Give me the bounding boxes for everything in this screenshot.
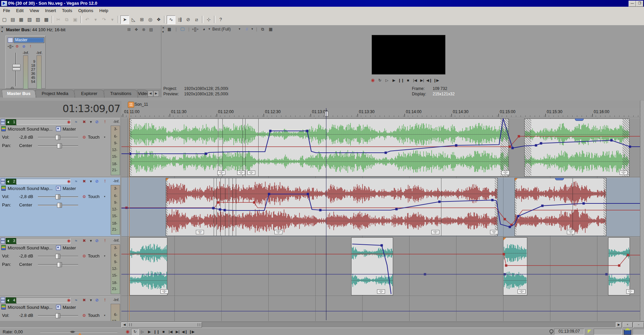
menu-file[interactable]: File — [0, 7, 13, 14]
event-fx-icon[interactable]: ∘[]∘ — [567, 230, 575, 234]
preview-quality-label[interactable]: Best (Full) — [212, 26, 237, 32]
dock-arrow-icon[interactable]: ◂ — [162, 30, 164, 33]
phase-invert-icon[interactable]: ! — [102, 119, 108, 125]
pan-value[interactable]: Center — [19, 202, 40, 207]
mute-icon[interactable]: ✖ — [81, 297, 87, 303]
record-arm-icon[interactable]: ◉ — [66, 297, 72, 303]
event-fx-icon[interactable]: ∘[]∘ — [160, 289, 168, 294]
event-fx-icon[interactable]: ∘[]∘ — [626, 289, 634, 294]
zoom-handle-right[interactable] — [198, 323, 200, 326]
automation-mode-label[interactable]: Touch — [88, 135, 100, 140]
event-split-line[interactable] — [218, 119, 218, 176]
menu-help[interactable]: Help — [96, 7, 111, 14]
event-split-line[interactable] — [222, 119, 223, 176]
zoom-handle-left[interactable] — [129, 323, 132, 326]
event-split-line[interactable] — [573, 178, 573, 236]
restore-button[interactable]: ❐ — [636, 1, 643, 7]
automation-mode-label[interactable]: Touch — [88, 194, 100, 199]
menu-insert[interactable]: Insert — [42, 7, 59, 14]
audio-event[interactable] — [129, 237, 167, 295]
audio-event[interactable] — [503, 237, 527, 295]
time-ruler[interactable]: 01:11:0001:11:3001:12:0001:12:3001:13:00… — [121, 108, 644, 117]
go-to-end-button[interactable]: ▶| — [419, 77, 426, 83]
marker-bar[interactable]: 11 Son_11 — [121, 101, 644, 108]
ignore-grouping-icon[interactable]: ⧄ — [193, 15, 201, 23]
status-selection-start[interactable] — [594, 329, 622, 335]
audio-event[interactable] — [515, 178, 606, 236]
bus-name[interactable]: Master — [63, 305, 76, 310]
event-fx-icon[interactable]: ∘[]∘ — [518, 289, 526, 294]
record-button[interactable]: ◉ — [124, 329, 131, 335]
volume-slider[interactable] — [38, 196, 78, 197]
track-envelope-icon[interactable]: ≈ — [73, 297, 79, 303]
volume-slider-handle[interactable] — [55, 135, 60, 140]
play-from-start-button[interactable]: ▷ — [383, 77, 390, 83]
solo-icon[interactable]: ⊘ — [94, 119, 100, 125]
dim-output-icon[interactable]: ▤ — [148, 27, 154, 32]
marker-11-tab[interactable]: 11 — [128, 102, 134, 108]
rate-slider-handle[interactable]: ◀◆▶ — [70, 330, 75, 333]
minimize-track-icon[interactable] — [1, 238, 5, 241]
record-arm-icon[interactable]: ◉ — [66, 119, 72, 125]
event-split-line[interactable] — [229, 178, 229, 236]
loop-playback-button[interactable]: ↻ — [131, 329, 139, 335]
quality-dropdown-icon-2[interactable]: ▼ — [238, 26, 241, 32]
automation-gear-icon[interactable]: ⚙ — [14, 44, 20, 49]
save-project-icon[interactable]: ▦ — [17, 15, 25, 23]
fade-in-region[interactable] — [130, 119, 132, 176]
copy-snapshot-icon[interactable]: ⧉ — [259, 26, 266, 32]
volume-slider[interactable] — [38, 315, 78, 316]
menu-options[interactable]: Options — [75, 7, 96, 14]
maximize-track-icon[interactable] — [1, 241, 5, 244]
record-button[interactable]: ◉ — [369, 77, 376, 83]
automation-gear-icon[interactable]: ⚙ — [82, 135, 87, 140]
redo-icon[interactable]: ↷ — [100, 15, 108, 23]
track-name-field[interactable] — [16, 238, 70, 244]
track-lane-4[interactable] — [121, 296, 644, 321]
event-split-line[interactable] — [441, 178, 441, 236]
track-envelope-icon[interactable]: ≈ — [73, 238, 79, 243]
volume-slider-handle[interactable] — [55, 194, 60, 199]
new-project-icon[interactable]: ▢ — [0, 15, 8, 23]
next-frame-button[interactable]: ❙▶ — [433, 77, 440, 83]
event-split-line[interactable] — [232, 178, 233, 236]
scrollbar-thumb[interactable] — [127, 322, 202, 328]
bus-name[interactable]: Master — [63, 245, 76, 250]
volume-slider-handle[interactable] — [55, 313, 60, 318]
record-arm-icon[interactable]: ◉ — [66, 238, 72, 243]
pause-button[interactable]: ❙❙ — [153, 329, 160, 335]
event-fx-icon[interactable]: ❖ — [155, 15, 163, 23]
undo-icon[interactable]: ↶ — [83, 15, 91, 23]
fade-out-region[interactable] — [603, 178, 606, 236]
edit-details-icon[interactable]: ▩ — [42, 15, 50, 23]
volume-value[interactable]: -2,8 dB — [19, 194, 40, 199]
volume-slider[interactable] — [38, 256, 78, 257]
envelope-edit-tool-icon[interactable]: ◺ — [129, 15, 138, 23]
minimize-button[interactable]: — — [629, 1, 636, 7]
cut-icon[interactable]: ✂ — [54, 15, 62, 23]
pan-slider-handle[interactable] — [57, 143, 62, 148]
maximize-track-icon[interactable] — [1, 300, 5, 303]
track-lane-3[interactable]: ∘[]∘∘[]∘∘[]∘∘[]∘ — [121, 237, 644, 296]
volume-slider[interactable] — [38, 137, 78, 138]
solo-icon[interactable]: ⊘ — [21, 44, 26, 49]
open-project-icon[interactable]: ▤ — [9, 15, 17, 23]
mute-icon[interactable]: ✖ — [81, 238, 87, 243]
event-split-line[interactable] — [258, 119, 259, 176]
automation-dropdown-icon[interactable]: ▾ — [104, 254, 105, 257]
track-name-field[interactable] — [16, 297, 70, 303]
event-split-line[interactable] — [214, 178, 214, 236]
tab-master-bus[interactable]: Master Bus — [2, 90, 36, 98]
scroll-right-icon[interactable]: ▶ — [616, 322, 622, 328]
event-split-line[interactable] — [236, 178, 236, 236]
track-header-4[interactable]: 4◉≈✖▾⊘!-Inf.Microsoft Sound Map...Master… — [0, 296, 120, 321]
home-marker-icon[interactable] — [624, 330, 631, 335]
insert-fx-icon[interactable]: ❖ — [133, 27, 139, 32]
mute-dropdown-icon[interactable]: ▾ — [88, 119, 94, 125]
undo-menu-icon[interactable]: ▾ — [92, 15, 100, 23]
close-icon[interactable]: ✕ — [1, 26, 4, 29]
track-name-field[interactable] — [16, 119, 70, 125]
track-header-1[interactable]: 1◉≈✖▾⊘!-Inf.Microsoft Sound Map...Master… — [0, 118, 120, 177]
device-name[interactable]: Microsoft Sound Map... — [8, 245, 53, 250]
fade-out-region[interactable] — [500, 119, 508, 176]
